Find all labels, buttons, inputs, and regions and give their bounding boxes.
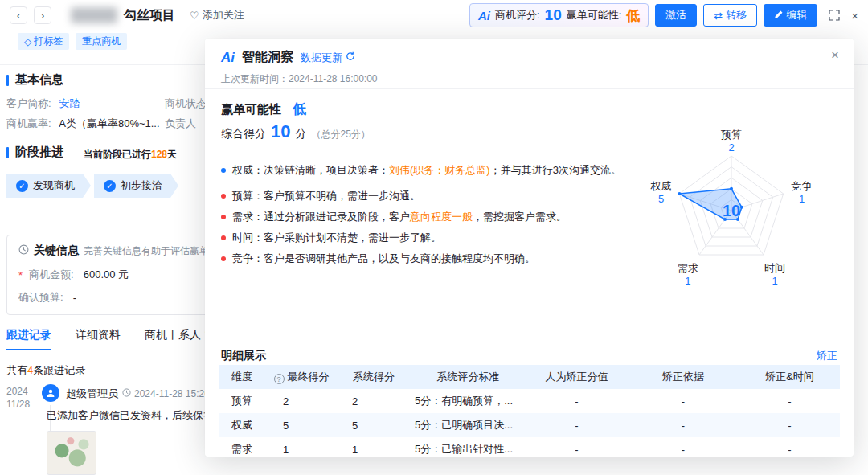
detail-header: 明细展示 矫正 xyxy=(221,349,837,363)
records-count: 共有4条跟进记录 xyxy=(6,363,85,378)
modal-win-label: 赢单可能性 xyxy=(221,102,281,117)
bullet-dot-icon xyxy=(221,215,226,219)
activate-button[interactable]: 激活 xyxy=(655,4,697,27)
winrate-label: 商机赢率: xyxy=(6,117,51,129)
stage-header: 阶段推进 xyxy=(6,145,63,160)
redacted-title-blur xyxy=(71,7,117,23)
edit-button[interactable]: 编辑 xyxy=(764,4,817,27)
add-follow-button[interactable]: ♡ 添加关注 xyxy=(190,8,244,23)
ai-score-box: Ai 商机评分: 10 赢单可能性: 低 xyxy=(469,3,649,27)
budget-value: - xyxy=(73,292,76,304)
table-cell: - xyxy=(739,437,840,457)
composite-score-value: 10 xyxy=(271,121,290,142)
detail-title: 明细展示 xyxy=(221,349,266,363)
table-cell: 2 xyxy=(265,389,338,413)
svg-text:1: 1 xyxy=(799,193,805,205)
basic-info-title: 基本信息 xyxy=(15,72,63,88)
tag-icon: ◇ xyxy=(24,36,31,47)
score-table: 维度?最终得分系统得分系统评分标准人为矫正分值矫正依据矫正&时间 预算225分：… xyxy=(219,365,840,457)
customer-field: 客户简称: 安踏 xyxy=(6,96,80,111)
basic-info-header: 基本信息 xyxy=(6,72,63,88)
composite-score-row: 综合得分 10 分 （总分25分） xyxy=(221,121,371,142)
modal-close-icon[interactable]: × xyxy=(831,48,839,62)
check-icon: ✓ xyxy=(16,180,28,192)
table-cell: - xyxy=(526,413,627,437)
owner-label: 负责人 xyxy=(165,117,196,131)
column-header: 矫正依据 xyxy=(627,365,739,389)
tab-follow-records[interactable]: 跟进记录 xyxy=(6,328,51,342)
stage-steps: ✓发现商机✓初步接洽 xyxy=(6,174,178,198)
time-clock-icon xyxy=(122,388,131,399)
stage-step[interactable]: ✓发现商机 xyxy=(6,174,91,198)
key-info-title: 关键信息 xyxy=(34,244,79,258)
key-info-header: 关键信息 完善关键信息有助于评估赢单可 xyxy=(18,244,219,258)
close-page-icon[interactable]: × xyxy=(851,9,858,23)
section-bar xyxy=(6,75,9,86)
table-row: 权威555分：已明确项目决...--- xyxy=(219,413,840,437)
ai-logo: Ai xyxy=(478,9,490,23)
table-cell: - xyxy=(627,389,739,413)
insight-item: 需求：通过分析跟进记录及阶段，客户意向程度一般，需挖掘客户需求。 xyxy=(221,211,661,223)
column-header: 矫正&时间 xyxy=(739,365,840,389)
key-opportunity-tag[interactable]: 重点商机 xyxy=(76,33,127,50)
person-icon xyxy=(46,388,55,398)
attachment-image[interactable] xyxy=(47,431,96,475)
svg-text:1: 1 xyxy=(685,275,690,287)
score-total: （总分25分） xyxy=(311,128,370,141)
tab-details[interactable]: 详细资料 xyxy=(76,328,121,342)
budget-field: 确认预算: - xyxy=(18,290,76,305)
modal-win-value: 低 xyxy=(293,100,306,118)
stage-step-label: 初步接洽 xyxy=(121,178,162,193)
heart-icon: ♡ xyxy=(190,10,199,22)
record-day: 11/28 xyxy=(6,399,30,410)
svg-text:竞争: 竞争 xyxy=(792,180,813,192)
winrate-value: A类（赢单率80%~1... xyxy=(59,117,159,129)
score-unit: 分 xyxy=(295,127,306,141)
stage-step[interactable]: ✓初步接洽 xyxy=(94,174,178,198)
back-button[interactable]: ‹ xyxy=(10,6,27,24)
fullscreen-icon[interactable] xyxy=(829,10,840,21)
record-content: 已添加客户微信已发资料，后续保持 xyxy=(47,408,214,423)
score-label: 综合得分 xyxy=(221,127,266,141)
bullet-dot-icon xyxy=(221,256,226,261)
bullet-dot-icon xyxy=(221,235,226,240)
customer-link[interactable]: 安踏 xyxy=(59,97,80,109)
modal-header: Ai 智能洞察 数据更新 xyxy=(221,49,355,66)
table-cell: 5分：已明确项目决... xyxy=(410,413,526,437)
insight-text: 预算：客户预算不明确，需进一步沟通。 xyxy=(232,190,420,203)
data-refresh-link[interactable]: 数据更新 xyxy=(301,51,355,65)
svg-text:5: 5 xyxy=(658,193,664,205)
score-label: 商机评分: xyxy=(495,8,540,23)
forward-button[interactable]: › xyxy=(34,6,51,24)
page-title: 勾丝项目 xyxy=(124,7,175,24)
column-header: 维度 xyxy=(219,365,265,389)
topbar: ‹ › 勾丝项目 ♡ 添加关注 Ai 商机评分: 10 赢单可能性: 低 激活 … xyxy=(0,0,868,31)
table-cell: 权威 xyxy=(219,413,265,437)
column-header: ?最终得分 xyxy=(265,365,338,389)
last-update-time: 上次更新时间：2024-11-28 16:00:00 xyxy=(221,72,378,86)
tab-stakeholders[interactable]: 商机干系人 1 xyxy=(145,328,211,342)
insight-item: 时间：客户采购计划不清楚，需进一步了解。 xyxy=(221,231,661,244)
avatar xyxy=(42,384,59,402)
table-cell: 1 xyxy=(338,437,410,457)
table-cell: - xyxy=(526,389,627,413)
insight-text: 时间：客户采购计划不清楚，需进一步了解。 xyxy=(232,231,441,244)
amount-value: 600.00 元 xyxy=(84,268,129,282)
edit-icon xyxy=(774,10,783,22)
transfer-button[interactable]: ⇄转移 xyxy=(703,4,757,27)
score-value: 10 xyxy=(545,6,562,24)
svg-text:需求: 需求 xyxy=(678,262,698,274)
table-cell: - xyxy=(739,389,840,413)
correct-link[interactable]: 矫正 xyxy=(817,349,837,363)
help-icon: ? xyxy=(274,374,285,384)
amount-label: 商机金额: xyxy=(29,268,74,282)
svg-text:预算: 预算 xyxy=(720,129,742,141)
table-cell: - xyxy=(739,413,840,437)
modal-title: 智能洞察 xyxy=(242,49,293,66)
svg-text:2: 2 xyxy=(728,141,734,154)
add-tag-button[interactable]: ◇打标签 xyxy=(18,33,69,50)
insight-text: 权威：决策链清晰，项目决策者：刘伟(职务：财务总监)；并与其进行3次沟通交流。 xyxy=(232,164,621,177)
ai-insight-modal: Ai 智能洞察 数据更新 × 上次更新时间：2024-11-28 16:00:0… xyxy=(205,39,854,457)
table-header-row: 维度?最终得分系统得分系统评分标准人为矫正分值矫正依据矫正&时间 xyxy=(219,365,840,389)
record-user: 超级管理员 xyxy=(66,387,118,401)
